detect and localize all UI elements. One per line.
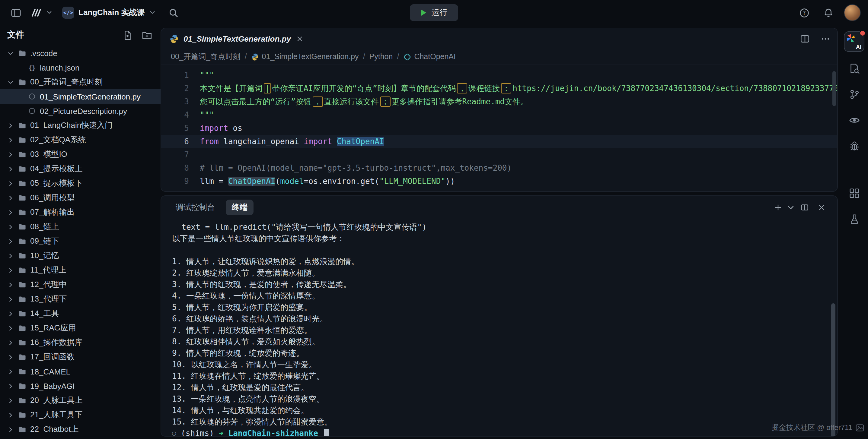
chevron-down-icon[interactable] — [786, 200, 795, 215]
prompt-cwd: LangChain-shizhanke — [228, 428, 318, 436]
search-icon[interactable] — [165, 4, 182, 21]
code-token — [332, 137, 337, 146]
tree-item[interactable]: 02_PictureDescription.py — [0, 104, 161, 118]
git-branch-icon[interactable] — [847, 88, 861, 101]
tree-item[interactable]: 06_调用模型 — [0, 191, 161, 205]
tree-item[interactable]: 10_记忆 — [0, 248, 161, 263]
line-number: 2 — [161, 82, 200, 95]
folder-icon — [18, 194, 27, 202]
python-icon — [169, 34, 179, 43]
tree-item[interactable]: 20_人脉工具上 — [0, 393, 161, 408]
more-actions-icon[interactable] — [817, 30, 834, 47]
help-icon[interactable]: ? — [796, 4, 812, 21]
new-file-icon[interactable] — [121, 28, 134, 42]
code-editor[interactable]: 1"""2本文件是【开篇词|带你亲证AI应用开发的“奇点”时刻】章节的配套代码，… — [161, 65, 837, 191]
code-token: """ — [200, 110, 214, 120]
close-icon[interactable] — [296, 35, 304, 42]
code-token: ： — [501, 83, 511, 94]
tree-item[interactable]: 02_文档QA系统 — [0, 133, 161, 147]
tree-item[interactable]: 18_CAMEL — [0, 364, 161, 379]
extensions-icon[interactable] — [847, 186, 861, 200]
tree-item-label: 22_Chatbot上 — [30, 424, 79, 435]
tab-terminal[interactable]: 终端 — [226, 200, 253, 215]
folder-icon — [18, 295, 27, 303]
tree-item[interactable]: 01_SimpleTextGeneration.py — [0, 89, 161, 104]
chevron-right-icon — [6, 136, 14, 144]
tree-item[interactable]: 12_代理中 — [0, 277, 161, 292]
tree-item[interactable]: 14_工具 — [0, 306, 161, 321]
ai-assistant-button[interactable]: AI — [844, 31, 864, 52]
tree-item[interactable]: 13_代理下 — [0, 292, 161, 306]
folder-icon — [18, 396, 27, 405]
terminal-cursor — [324, 429, 329, 436]
tree-item-label: .vscode — [30, 48, 57, 58]
code-token: ， — [457, 83, 467, 94]
tree-item-label: 06_调用模型 — [30, 192, 74, 203]
breadcrumb-item[interactable]: Python — [369, 53, 393, 61]
chevron-right-icon — [6, 396, 14, 405]
app-logo[interactable] — [30, 6, 53, 19]
tree-item[interactable]: 00_开篇词_奇点时刻 — [0, 75, 161, 89]
terminal-line: 3. 情人节的红玫瑰，是爱的使者，传递无尽温柔。 — [172, 279, 823, 290]
tree-item-label: 19_BabyAGI — [30, 381, 74, 391]
tree-item[interactable]: 21_人脉工具下 — [0, 408, 161, 422]
tree-item[interactable]: .vscode — [0, 46, 161, 60]
tree-item[interactable]: 17_回调函数 — [0, 350, 161, 364]
panel-layout-icon[interactable] — [7, 4, 24, 21]
folder-icon — [18, 121, 27, 130]
line-number: 3 — [161, 95, 200, 108]
terminal[interactable]: text = llm.predict("请给我写一句情人节红玫瑰的中文宣传语")… — [161, 219, 837, 436]
eye-icon[interactable] — [847, 113, 861, 127]
tree-item[interactable]: {}launch.json — [0, 60, 161, 75]
terminal-scrollbar-thumb[interactable] — [831, 303, 835, 436]
code-line: 7 — [161, 148, 837, 162]
breadcrumb-item[interactable]: ChatOpenAI — [403, 53, 456, 61]
tree-item[interactable]: 15_RAG应用 — [0, 321, 161, 335]
code-link[interactable]: https://juejin.cn/book/73877023474361303… — [513, 84, 837, 93]
tree-item[interactable]: 09_链下 — [0, 234, 161, 248]
chevron-right-icon — [6, 165, 14, 173]
code-lines: 1"""2本文件是【开篇词|带你亲证AI应用开发的“奇点”时刻】章节的配套代码，… — [161, 69, 837, 188]
tree-item-label: 16_操作数据库 — [30, 337, 83, 348]
folder-icon — [18, 324, 27, 332]
flask-icon[interactable] — [847, 212, 861, 226]
close-panel-icon[interactable] — [814, 200, 829, 215]
tree-item[interactable]: 03_模型IO — [0, 147, 161, 162]
split-terminal-icon[interactable] — [797, 200, 812, 215]
code-token: =os.environ.get( — [304, 177, 379, 186]
project-switcher[interactable]: </> LangChain 实战课 — [59, 5, 159, 21]
tree-item[interactable]: 19_BabyAGI — [0, 379, 161, 393]
tree-item[interactable]: 11_代理上 — [0, 263, 161, 277]
tree-item[interactable]: 07_解析输出 — [0, 205, 161, 220]
tree-item[interactable]: 08_链上 — [0, 220, 161, 234]
tree-item[interactable]: 01_LangChain快速入门 — [0, 118, 161, 133]
breadcrumb-item[interactable]: 00_开篇词_奇点时刻 — [171, 52, 241, 62]
terminal-line — [172, 244, 823, 256]
chevron-right-icon — [6, 237, 14, 245]
new-terminal-button[interactable] — [771, 200, 795, 215]
terminal-line: 4. 一朵红玫瑰，一份情人节的深情厚意。 — [172, 290, 823, 302]
run-button[interactable]: 运行 — [410, 4, 458, 21]
terminal-line: 6. 红玫瑰的娇艳，装点情人节的浪漫时光。 — [172, 313, 823, 325]
folder-icon — [18, 338, 27, 347]
app-logo-icon — [30, 6, 43, 19]
terminal-line: 15. 红玫瑰的芬芳，弥漫情人节的甜蜜爱意。 — [172, 416, 823, 428]
tree-item[interactable]: 16_操作数据库 — [0, 335, 161, 350]
breadcrumb-item[interactable]: 01_SimpleTextGeneration.py — [251, 53, 359, 61]
tree-item[interactable]: 22_Chatbot上 — [0, 422, 161, 437]
editor-scrollbar-thumb[interactable] — [832, 71, 836, 106]
user-avatar[interactable] — [844, 4, 861, 21]
bug-icon[interactable] — [847, 139, 861, 153]
split-editor-icon[interactable] — [796, 30, 813, 47]
tree-item-label: launch.json — [40, 63, 80, 72]
new-folder-icon[interactable] — [140, 28, 153, 42]
tab-debug-console[interactable]: 调试控制台 — [169, 200, 221, 215]
tree-item-label: 10_记忆 — [30, 250, 59, 261]
editor-tab[interactable]: 01_SimpleTextGeneration.py — [161, 28, 312, 49]
tree-item[interactable]: 05_提示模板下 — [0, 176, 161, 191]
tree-item-label: 03_模型IO — [30, 149, 67, 160]
code-token: import — [200, 124, 228, 133]
bell-icon[interactable] — [820, 4, 837, 21]
tree-item[interactable]: 04_提示模板上 — [0, 162, 161, 176]
file-search-icon[interactable] — [847, 62, 861, 75]
